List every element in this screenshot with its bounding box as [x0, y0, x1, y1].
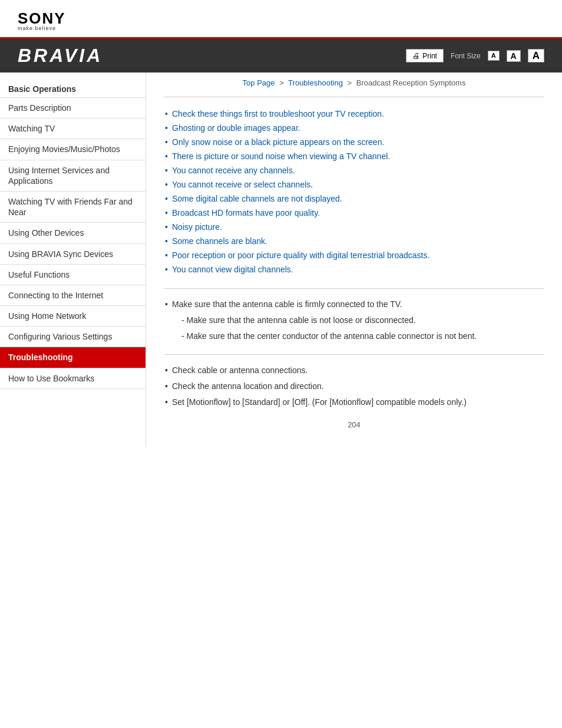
sidebar-item-bravia-sync[interactable]: Using BRAVIA Sync Devices — [0, 244, 146, 265]
link-9[interactable]: Noisy picture. — [172, 222, 222, 232]
top-bar: SONY make.believe — [0, 0, 562, 39]
sidebar-item-internet-services[interactable]: Using Internet Services and Applications — [0, 160, 146, 192]
font-size-label: Font Size — [451, 52, 481, 60]
link-7[interactable]: Some digital cable channels are not disp… — [172, 194, 342, 203]
breadcrumb-sep1: > — [279, 78, 284, 87]
link-1[interactable]: Check these things first to troubleshoot… — [172, 109, 384, 118]
breadcrumb-troubleshooting[interactable]: Troubleshooting — [288, 78, 343, 87]
content-section-1: Make sure that the antenna cable is firm… — [164, 298, 544, 342]
link-list: Check these things first to troubleshoot… — [164, 107, 544, 276]
section1-sub1: - Make sure that the antenna cable is no… — [164, 314, 544, 327]
link-4[interactable]: There is picture or sound noise when vie… — [172, 151, 390, 161]
divider-3 — [164, 354, 544, 355]
list-item: You cannot receive any channels. — [164, 163, 544, 177]
section2-item-3: Set [Motionflow] to [Standard] or [Off].… — [164, 396, 544, 409]
sidebar-item-configuring[interactable]: Configuring Various Settings — [0, 327, 146, 347]
content-area: Top Page > Troubleshooting > Broadcast R… — [146, 73, 562, 447]
divider-2 — [164, 288, 544, 289]
font-small-button[interactable]: A — [488, 51, 500, 61]
list-item: You cannot receive or select channels. — [164, 177, 544, 192]
list-item: You cannot view digital channels. — [164, 262, 544, 276]
breadcrumb-current: Broadcast Reception Symptoms — [356, 78, 466, 87]
print-label: Print — [422, 52, 437, 60]
list-item: Ghosting or double images appear. — [164, 121, 544, 135]
breadcrumb: Top Page > Troubleshooting > Broadcast R… — [164, 78, 544, 87]
sidebar-item-troubleshooting[interactable]: Troubleshooting — [0, 347, 146, 368]
sony-text: SONY — [18, 11, 544, 26]
sidebar-item-useful[interactable]: Useful Functions — [0, 265, 146, 285]
page-number: 204 — [164, 420, 544, 429]
section2-item-1: Check cable or antenna connections. — [164, 364, 544, 377]
link-10[interactable]: Some channels are blank. — [172, 236, 267, 246]
print-icon — [412, 51, 420, 60]
breadcrumb-top[interactable]: Top Page — [243, 78, 275, 87]
list-item: Noisy picture. — [164, 220, 544, 234]
list-item: Some channels are blank. — [164, 234, 544, 248]
sidebar-item-enjoying[interactable]: Enjoying Movies/Music/Photos — [0, 139, 146, 160]
font-large-button[interactable]: A — [528, 49, 544, 62]
sidebar-item-connecting[interactable]: Connecting to the Internet — [0, 285, 146, 306]
sidebar-item-home-network[interactable]: Using Home Network — [0, 306, 146, 327]
link-2[interactable]: Ghosting or double images appear. — [172, 123, 300, 133]
breadcrumb-sep2: > — [348, 78, 352, 87]
list-item: Only snow noise or a black picture appea… — [164, 135, 544, 149]
sidebar-item-watching[interactable]: Watching TV — [0, 118, 146, 139]
section2-item-2: Check the antenna location and direction… — [164, 380, 544, 393]
content-section-2: Check cable or antenna connections. Chec… — [164, 364, 544, 409]
sidebar-item-other-devices[interactable]: Using Other Devices — [0, 223, 146, 243]
sidebar: Basic Operations Parts Description Watch… — [0, 73, 146, 447]
link-3[interactable]: Only snow noise or a black picture appea… — [172, 137, 384, 147]
print-button[interactable]: Print — [406, 49, 444, 62]
sony-tagline: make.believe — [18, 26, 544, 31]
sidebar-item-watching-friends[interactable]: Watching TV with Friends Far and Near — [0, 192, 146, 223]
sony-logo: SONY make.believe — [18, 11, 544, 31]
link-12[interactable]: You cannot view digital channels. — [172, 265, 293, 274]
list-item: Check these things first to troubleshoot… — [164, 107, 544, 121]
link-5[interactable]: You cannot receive any channels. — [172, 166, 295, 175]
list-item: Some digital cable channels are not disp… — [164, 192, 544, 206]
font-medium-button[interactable]: A — [507, 50, 521, 62]
bravia-bar: BRAVIA Print Font Size A A A — [0, 39, 562, 73]
main-container: Basic Operations Parts Description Watch… — [0, 73, 562, 447]
toolbar-right: Print Font Size A A A — [406, 49, 544, 62]
list-item: There is picture or sound noise when vie… — [164, 149, 544, 163]
section1-sub2: - Make sure that the center conductor of… — [164, 330, 544, 342]
section1-bullet: Make sure that the antenna cable is firm… — [164, 298, 544, 311]
link-11[interactable]: Poor reception or poor picture quality w… — [172, 251, 429, 260]
sidebar-item-parts[interactable]: Parts Description — [0, 98, 146, 118]
list-item: Broadcast HD formats have poor quality. — [164, 206, 544, 220]
sidebar-section-header: Basic Operations — [0, 78, 146, 98]
sidebar-item-bookmarks[interactable]: How to Use Bookmarks — [0, 368, 146, 389]
bravia-title: BRAVIA — [18, 45, 103, 67]
list-item: Poor reception or poor picture quality w… — [164, 248, 544, 262]
link-8[interactable]: Broadcast HD formats have poor quality. — [172, 208, 320, 218]
divider-1 — [164, 97, 544, 97]
link-6[interactable]: You cannot receive or select channels. — [172, 180, 313, 189]
